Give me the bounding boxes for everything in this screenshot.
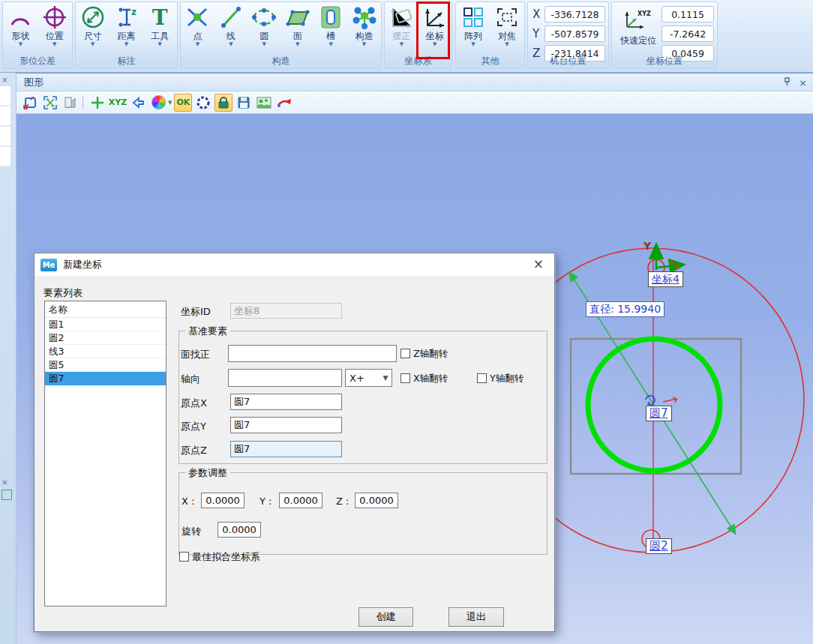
axis-option-select[interactable]: X+ ▼ xyxy=(345,369,392,387)
group-label-annotation: 标注 xyxy=(76,55,177,67)
save-button[interactable] xyxy=(235,94,253,112)
align-button-label: 摆正 xyxy=(385,31,418,41)
flip-y-checkbox-row[interactable]: Y轴翻转 xyxy=(477,373,524,385)
create-button[interactable]: 创建 xyxy=(358,607,413,627)
ribbon-group-construct: 点 ▼ 线 ▼ 圆 ▼ xyxy=(180,1,382,69)
slot-button[interactable]: 槽 ▼ xyxy=(314,4,347,47)
cmm-software-window: { "ribbon": { "tolerance": {"label": "形位… xyxy=(0,0,813,644)
list-item[interactable]: 圆2 xyxy=(45,331,166,345)
param-z-input[interactable] xyxy=(355,493,398,508)
flip-x-checkbox-row[interactable]: X轴翻转 xyxy=(400,373,448,385)
position-button-label: 位置 xyxy=(38,31,71,41)
rotate-input[interactable] xyxy=(218,522,261,538)
element-list[interactable]: 名称 圆1 圆2 线3 圆5 圆7 xyxy=(44,301,166,607)
point-icon xyxy=(185,6,209,31)
chevron-down-icon: ▼ xyxy=(4,41,37,47)
plane-align-input[interactable] xyxy=(228,345,397,362)
chevron-down-icon: ▼ xyxy=(38,41,71,47)
coordpos-value-2: -7.2642 xyxy=(662,25,714,42)
circle2-tag[interactable]: 圆2 xyxy=(646,538,672,554)
construct-button[interactable]: 构造 ▼ xyxy=(348,4,381,47)
best-fit-checkbox[interactable] xyxy=(179,552,189,562)
coord-id-label: 坐标ID xyxy=(181,305,211,319)
circle-button[interactable]: 圆 ▼ xyxy=(248,4,280,47)
array-button[interactable]: 阵列 ▼ xyxy=(457,4,490,47)
chevron-down-icon: ▼ xyxy=(181,41,214,47)
tool-button[interactable]: T 工具 ▼ xyxy=(143,4,176,47)
list-item-selected[interactable]: 圆7 xyxy=(45,372,166,385)
ok-confirm-button[interactable]: OK xyxy=(174,94,192,112)
coordpos-value-1: 0.1115 xyxy=(662,6,714,22)
group-label-machine-position: 机台位置 xyxy=(528,55,608,67)
chevron-down-icon: ▼ xyxy=(248,41,280,47)
param-x-input[interactable] xyxy=(201,493,244,508)
flip-z-checkbox[interactable] xyxy=(400,349,410,358)
dock-close-icon[interactable]: × xyxy=(2,76,8,84)
group-label-other: 其他 xyxy=(456,55,524,67)
scene-button[interactable] xyxy=(255,94,273,112)
list-item[interactable]: 圆1 xyxy=(45,318,166,331)
shape-button[interactable]: 形状 ▼ xyxy=(4,4,37,47)
point-button-label: 点 xyxy=(181,31,214,41)
cross-cursor-button[interactable] xyxy=(88,94,106,112)
list-item[interactable]: 线3 xyxy=(45,345,166,358)
machine-x-label: X xyxy=(532,7,544,21)
axis-direction-input[interactable] xyxy=(228,369,342,387)
capture-region-button[interactable] xyxy=(21,94,39,112)
flip-y-checkbox[interactable] xyxy=(477,373,487,383)
plane-align-label: 面找正 xyxy=(181,348,210,361)
view-orientation-button[interactable] xyxy=(62,94,80,112)
param-y-input[interactable] xyxy=(279,493,322,508)
best-fit-checkbox-row[interactable]: 最佳拟合坐标系 xyxy=(179,550,260,564)
list-item[interactable]: 圆5 xyxy=(45,358,166,372)
fit-view-button[interactable] xyxy=(41,94,59,112)
lock-view-button[interactable] xyxy=(214,94,232,112)
origin-z-input[interactable] xyxy=(230,441,342,457)
line-icon xyxy=(219,6,243,31)
selection-circle-button[interactable] xyxy=(194,94,212,112)
origin-y-input[interactable] xyxy=(230,417,342,433)
origin-x-input[interactable] xyxy=(230,394,342,410)
position-button[interactable]: 位置 ▼ xyxy=(38,4,71,47)
graphics-panel-header: 图形 × xyxy=(16,74,813,91)
flip-x-checkbox[interactable] xyxy=(400,373,410,383)
dock-close-icon[interactable]: × xyxy=(2,478,8,487)
flip-x-label: X轴翻转 xyxy=(413,373,448,384)
flip-z-checkbox-row[interactable]: Z轴翻转 xyxy=(400,348,448,361)
distance-button-label: 距离 xyxy=(110,31,143,41)
quick-position-label: 快速定位 xyxy=(615,34,662,47)
param-y-label: Y : xyxy=(260,496,272,507)
exit-button[interactable]: 退出 xyxy=(448,607,504,627)
dock-panel-icon[interactable] xyxy=(2,490,12,500)
distance-button[interactable]: z 距离 ▼ xyxy=(110,4,143,47)
dialog-titlebar[interactable]: Me 新建坐标 × xyxy=(34,253,554,276)
back-arrow-button[interactable] xyxy=(129,94,147,112)
focus-button-label: 对焦 xyxy=(490,31,524,41)
color-dropdown-icon[interactable]: ▼ xyxy=(168,100,172,106)
plane-button[interactable]: 面 ▼ xyxy=(281,4,314,47)
chevron-down-icon: ▼ xyxy=(281,41,314,47)
quick-position-button[interactable]: XYZ 快速定位 xyxy=(615,6,662,47)
line-button[interactable]: 线 ▼ xyxy=(214,4,248,47)
diameter-tag[interactable]: 直径: 15.9940 xyxy=(586,301,664,317)
dimension-button[interactable]: 尺寸 ▼ xyxy=(76,4,110,47)
circle7-tag[interactable]: 圆7 xyxy=(646,406,672,421)
dialog-close-icon[interactable]: × xyxy=(533,256,544,271)
panel-close-icon[interactable]: × xyxy=(799,77,807,88)
chevron-down-icon: ▼ xyxy=(385,41,418,47)
params-groupbox: 参数调整 xyxy=(178,472,548,555)
refresh-rotate-button[interactable] xyxy=(275,94,293,112)
xyz-display-button[interactable]: XYZ xyxy=(109,94,127,112)
axis-option-value: X+ xyxy=(346,373,380,384)
chevron-down-icon: ▼ xyxy=(457,41,490,47)
circle-icon xyxy=(251,6,277,31)
color-wheel-button[interactable] xyxy=(149,94,167,112)
coord4-tag[interactable]: 坐标4 xyxy=(648,271,683,287)
group-label-coordinate-position: 坐标位置 xyxy=(612,55,717,67)
dock-cell xyxy=(0,127,10,147)
point-button[interactable]: 点 ▼ xyxy=(181,4,214,47)
coord-id-input[interactable] xyxy=(230,303,342,319)
focus-button[interactable]: 对焦 ▼ xyxy=(490,4,524,47)
pin-icon[interactable] xyxy=(783,77,791,88)
align-button[interactable]: 摆正 ▼ xyxy=(385,4,418,47)
